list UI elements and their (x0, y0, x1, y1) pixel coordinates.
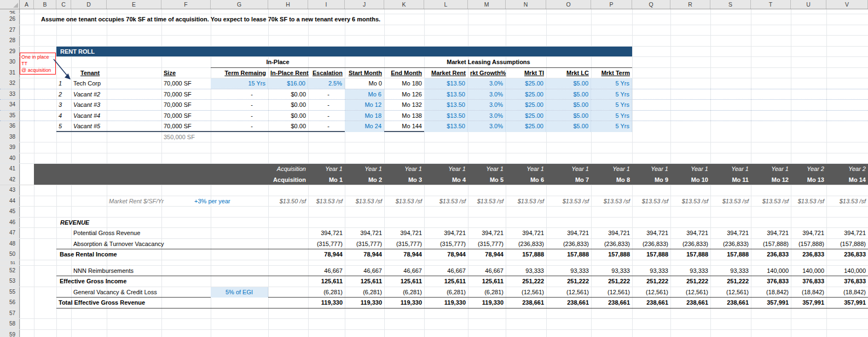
tenant-size-cell[interactable]: 70,000 SF (161, 78, 211, 89)
market-lc-cell[interactable]: $5.00 (546, 100, 591, 110)
year-cell[interactable]: Year 1 (710, 164, 751, 175)
row-number[interactable]: 41 (0, 164, 20, 175)
market-rent-value-cell[interactable]: $13.53 /sf (751, 196, 791, 207)
row-number[interactable]: 32 (0, 78, 20, 89)
market-rent-cell[interactable]: $13.50 (424, 78, 468, 89)
row-number[interactable]: 29 (0, 47, 20, 57)
row-number[interactable]: 31 (0, 68, 20, 78)
column-header[interactable]: P (591, 0, 632, 9)
value-cell[interactable]: 157,888 (546, 249, 591, 260)
value-cell[interactable]: 238,661 (591, 298, 632, 309)
row-number[interactable]: 39 (0, 142, 20, 153)
value-cell[interactable]: 251,222 (591, 276, 632, 287)
market-ti-cell[interactable]: $25.00 (506, 111, 546, 121)
tenant-name-cell[interactable]: Vacant #3 (71, 100, 161, 110)
market-term-cell[interactable]: 5 Yrs (591, 78, 632, 89)
year-cell[interactable]: Year 1 (308, 164, 345, 175)
row-number[interactable]: 28 (0, 36, 20, 46)
value-cell[interactable]: (157,888) (751, 239, 791, 250)
value-cell[interactable]: (236,833) (632, 239, 670, 250)
value-cell[interactable]: (236,833) (670, 239, 710, 250)
month-cell[interactable]: Mo 6 (506, 175, 546, 185)
market-rent-acquisition-cell[interactable]: $13.50 /sf (268, 196, 308, 207)
column-header[interactable]: L (424, 0, 468, 9)
total-label[interactable]: Total Effective Gross Revenue (56, 298, 268, 309)
tenant-index-cell[interactable]: 3 (56, 100, 71, 110)
market-lc-cell[interactable]: $5.00 (546, 111, 591, 121)
select-all-corner[interactable] (0, 0, 20, 9)
market-rent-value-cell[interactable]: $13.53 /sf (670, 196, 710, 207)
market-rent-value-cell[interactable]: $13.53 /sf (345, 196, 384, 207)
value-cell[interactable]: 157,888 (632, 249, 670, 260)
group-header-in-place[interactable]: In-Place (211, 57, 345, 68)
term-remaining-cell[interactable]: - (211, 111, 268, 121)
month-cell[interactable]: Mo 5 (468, 175, 506, 185)
value-cell[interactable]: (12,561) (670, 287, 710, 298)
value-cell[interactable]: (157,888) (826, 239, 868, 250)
start-month-cell[interactable]: Mo 0 (345, 78, 384, 89)
market-term-cell[interactable]: 5 Yrs (591, 100, 632, 110)
year-cell[interactable]: Year 1 (546, 164, 591, 175)
value-cell[interactable]: (12,561) (632, 287, 670, 298)
year-cell[interactable]: Year 2 (826, 164, 868, 175)
in-place-rent-cell[interactable]: $0.00 (268, 121, 308, 132)
value-cell[interactable]: 394,721 (632, 228, 670, 238)
value-cell[interactable]: 93,333 (591, 266, 632, 277)
market-rent-value-cell[interactable]: $13.53 /sf (468, 196, 506, 207)
in-place-rent-cell[interactable]: $0.00 (268, 89, 308, 100)
tenant-name-cell[interactable]: Vacant #2 (71, 89, 161, 100)
header-end-month[interactable]: End Month (384, 68, 424, 78)
value-cell[interactable]: 93,333 (670, 266, 710, 277)
market-rent-value-cell[interactable]: $13.53 /sf (826, 196, 868, 207)
header-size[interactable]: Size (161, 68, 211, 78)
start-month-cell[interactable]: Mo 12 (345, 100, 384, 110)
market-rent-value-cell[interactable]: $13.53 /sf (506, 196, 546, 207)
value-cell[interactable]: (315,777) (384, 239, 424, 250)
term-remaining-cell[interactable]: - (211, 121, 268, 132)
month-cell[interactable]: Mo 3 (384, 175, 424, 185)
year-cell[interactable]: Year 1 (345, 164, 384, 175)
year-cell[interactable]: Year 1 (424, 164, 468, 175)
escalation-cell[interactable]: - (308, 100, 345, 110)
value-cell[interactable]: 238,661 (710, 298, 751, 309)
row-number[interactable]: 27 (0, 25, 20, 36)
value-cell[interactable]: (12,561) (546, 287, 591, 298)
value-cell[interactable]: 251,222 (546, 276, 591, 287)
year-cell[interactable]: Year 1 (670, 164, 710, 175)
row-number[interactable]: 25 (0, 9, 20, 14)
end-month-cell[interactable]: Mo 138 (384, 111, 424, 121)
tenant-index-cell[interactable]: 2 (56, 89, 71, 100)
month-cell[interactable]: Mo 2 (345, 175, 384, 185)
tenant-size-cell[interactable]: 70,000 SF (161, 111, 211, 121)
tenant-size-cell[interactable]: 70,000 SF (161, 89, 211, 100)
row-number[interactable]: 44 (0, 196, 20, 207)
year-cell[interactable]: Year 1 (632, 164, 670, 175)
value-cell[interactable]: (12,561) (710, 287, 751, 298)
row-number[interactable]: 42 (0, 175, 20, 185)
header-mrkt-lc[interactable]: Mrkt LC (546, 68, 591, 78)
value-cell[interactable]: (12,561) (591, 287, 632, 298)
value-cell[interactable]: (236,833) (710, 239, 751, 250)
header-market-rent[interactable]: Market Rent (424, 68, 468, 78)
value-cell[interactable]: 394,721 (468, 228, 506, 238)
value-cell[interactable]: 93,333 (506, 266, 546, 277)
value-cell[interactable]: 119,330 (308, 298, 345, 309)
row-number[interactable]: 38 (0, 132, 20, 142)
tenant-index-cell[interactable]: 5 (56, 121, 71, 132)
row-number[interactable]: 56 (0, 298, 20, 309)
start-month-cell[interactable]: Mo 6 (345, 89, 384, 100)
column-header[interactable]: T (751, 0, 791, 9)
value-cell[interactable]: 78,944 (345, 249, 384, 260)
subtotal-label[interactable]: Base Rental Income (56, 249, 268, 260)
year-cell[interactable]: Year 1 (506, 164, 546, 175)
value-cell[interactable]: 125,611 (468, 276, 506, 287)
market-rent-value-cell[interactable]: $13.53 /sf (424, 196, 468, 207)
row-number[interactable]: 34 (0, 100, 20, 110)
value-cell[interactable]: (315,777) (468, 239, 506, 250)
row-number[interactable]: 46 (0, 218, 20, 228)
value-cell[interactable]: 78,944 (308, 249, 345, 260)
market-rent-label[interactable]: Market Rent $/SF/Yr (107, 196, 161, 207)
market-rent-cell[interactable]: $13.50 (424, 89, 468, 100)
market-growth-cell[interactable]: 3.0% (468, 100, 506, 110)
term-remaining-cell[interactable]: - (211, 100, 268, 110)
